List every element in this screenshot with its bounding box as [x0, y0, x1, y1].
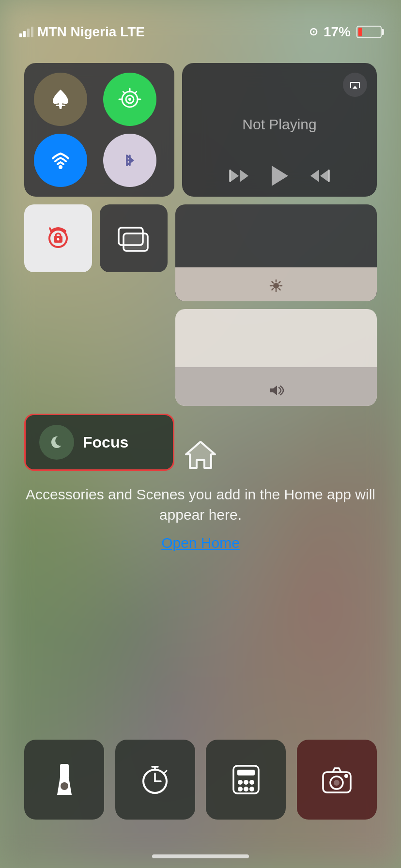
bluetooth-icon [117, 148, 142, 173]
wifi-icon [48, 148, 73, 173]
house-icon [181, 436, 220, 475]
signal-bar-3 [27, 29, 30, 37]
svg-rect-16 [56, 233, 61, 237]
rotation-lock-button[interactable] [24, 204, 92, 272]
wifi-button[interactable] [34, 134, 87, 187]
svg-rect-0 [56, 105, 65, 106]
svg-point-39 [244, 780, 248, 785]
svg-point-9 [59, 165, 62, 169]
fast-forward-button[interactable] [308, 167, 331, 185]
volume-slider[interactable] [175, 309, 377, 406]
brightness-icon [269, 279, 283, 293]
status-bar: MTN Nigeria LTE ⊙ 17% [0, 24, 401, 40]
home-section: Accessories and Scenes you add in the Ho… [0, 417, 401, 571]
signal-bar-2 [23, 31, 26, 37]
brightness-slider[interactable] [175, 204, 377, 301]
svg-point-41 [238, 787, 243, 791]
volume-icon [268, 384, 284, 397]
airplay-button[interactable] [343, 73, 367, 97]
svg-point-38 [238, 780, 243, 785]
screen-mirror-button[interactable] [100, 204, 168, 272]
svg-rect-29 [60, 764, 69, 778]
svg-rect-13 [328, 170, 330, 182]
svg-point-40 [249, 780, 254, 785]
svg-line-25 [272, 282, 274, 283]
signal-bar-1 [19, 33, 22, 37]
cellular-icon [117, 87, 142, 112]
timer-icon [139, 764, 171, 795]
svg-line-6 [123, 92, 125, 93]
calculator-icon [231, 764, 261, 795]
airplay-icon [348, 78, 362, 92]
svg-line-5 [135, 92, 137, 93]
second-row [24, 204, 377, 406]
now-playing-panel[interactable]: Not Playing [182, 63, 377, 197]
top-row: Not Playing [24, 63, 377, 197]
battery-icon [356, 26, 382, 38]
now-playing-title: Not Playing [192, 116, 367, 133]
svg-line-27 [279, 282, 280, 283]
rotation-lock-status-icon: ⊙ [309, 26, 318, 38]
rotation-lock-icon [41, 221, 75, 255]
rewind-icon [228, 167, 250, 185]
svg-rect-12 [229, 170, 231, 182]
bottom-buttons [24, 740, 377, 820]
screen-mirror-icon [117, 224, 151, 253]
media-controls [192, 165, 367, 187]
svg-point-3 [128, 98, 131, 101]
svg-point-42 [244, 787, 248, 791]
svg-point-20 [273, 283, 279, 289]
svg-point-17 [57, 238, 60, 241]
camera-button[interactable] [297, 740, 377, 820]
flashlight-icon [52, 763, 77, 797]
play-icon [270, 165, 289, 187]
cellular-button[interactable] [103, 73, 156, 126]
sliders-group [175, 204, 377, 406]
status-right: ⊙ 17% [309, 24, 382, 40]
rewind-button[interactable] [228, 167, 250, 185]
svg-rect-37 [237, 770, 255, 775]
carrier-text: MTN Nigeria LTE [37, 24, 145, 40]
open-home-link[interactable]: Open Home [161, 535, 240, 551]
fast-forward-icon [308, 167, 331, 185]
speaker-icon [268, 384, 284, 397]
timer-button[interactable] [115, 740, 195, 820]
home-indicator [152, 854, 249, 858]
svg-line-28 [272, 289, 274, 290]
svg-point-30 [61, 782, 68, 790]
flashlight-button[interactable] [24, 740, 104, 820]
camera-icon [321, 765, 353, 794]
signal-bars [19, 27, 33, 37]
signal-bar-4 [31, 27, 33, 37]
battery-percent-text: 17% [324, 24, 351, 40]
svg-point-47 [344, 774, 348, 778]
battery-fill [358, 28, 362, 36]
home-app-icon [181, 436, 220, 475]
svg-rect-19 [123, 233, 148, 251]
svg-line-26 [279, 289, 280, 290]
play-button[interactable] [270, 165, 289, 187]
home-description: Accessories and Scenes you add in the Ho… [19, 484, 382, 525]
svg-point-43 [249, 787, 254, 791]
connectivity-panel [24, 63, 174, 197]
airplane-icon [48, 87, 73, 112]
sun-icon [269, 279, 283, 293]
calculator-button[interactable] [206, 740, 286, 820]
status-left: MTN Nigeria LTE [19, 24, 145, 40]
bluetooth-button[interactable] [103, 134, 156, 187]
airplane-mode-button[interactable] [34, 73, 87, 126]
svg-point-46 [334, 780, 339, 786]
